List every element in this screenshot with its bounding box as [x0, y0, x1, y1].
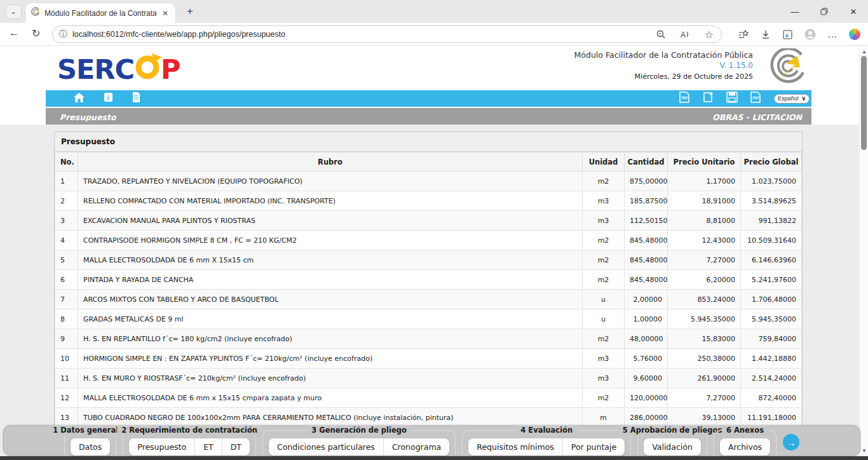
- budget-table-body: 1TRAZADO, REPLANTEO Y NIVELACION (EQUIPO…: [55, 172, 802, 428]
- cell-no: 2: [55, 191, 78, 211]
- svg-text:e: e: [785, 31, 789, 39]
- downloads-icon[interactable]: [760, 29, 771, 40]
- info-icon[interactable]: i: [104, 93, 112, 104]
- cell-unidad: m3: [583, 191, 625, 211]
- minimize-button[interactable]: —: [780, 0, 810, 23]
- pdf-export-icon[interactable]: PDF: [679, 91, 690, 105]
- cell-rubro: PINTADA Y RAYADA DE CANCHA: [78, 270, 583, 290]
- restore-button[interactable]: [810, 0, 839, 23]
- cell-pu: 8,81000: [668, 211, 741, 231]
- cell-cantidad: 48,00000: [625, 329, 668, 349]
- url-bar[interactable]: ⓘ localhost:6012/mfc-cliente/web/app.php…: [52, 25, 722, 43]
- save-icon[interactable]: [726, 91, 738, 105]
- cell-unidad: u: [583, 290, 625, 309]
- step-button-datos[interactable]: Datos: [71, 438, 110, 456]
- step-button-requisitos-m-nimos[interactable]: Requisitos mínimos: [468, 438, 563, 456]
- cell-cantidad: 9,60000: [625, 369, 668, 388]
- step-button-archivos[interactable]: Archivos: [720, 438, 770, 456]
- back-icon[interactable]: ←: [9, 27, 19, 39]
- cell-no: 8: [55, 309, 78, 329]
- main-navbar: i PDF PDF Español ∨: [46, 90, 811, 107]
- cell-rubro: MALLA ELECTROSOLDADA DE 6 mm x 15x15 cmp…: [78, 388, 583, 408]
- table-row: 4CONTRAPISODE HORMIGON SIMPLE 8 CM , FC …: [55, 231, 802, 250]
- browser-toolbar: ← ↻ ⓘ localhost:6012/mfc-cliente/web/app…: [0, 23, 868, 46]
- close-tab-icon[interactable]: ✕: [160, 9, 170, 18]
- current-date: Miércoles, 29 de Octubre de 2025: [574, 71, 753, 82]
- scrollbar-thumb[interactable]: [861, 56, 867, 150]
- copilot-icon[interactable]: [849, 29, 860, 40]
- step-group: 5 Aprobación de pliegosValidación: [637, 430, 707, 456]
- browser-titlebar: ⌄ Módulo Facilitador de la Contrata ✕ + …: [0, 0, 868, 23]
- site-header: SERCP Módulo Facilitador de la Contratac…: [46, 46, 811, 89]
- restore-icon: [820, 8, 828, 15]
- cell-pu: 15,83000: [668, 329, 741, 349]
- scroll-down-icon[interactable]: ▼: [860, 446, 868, 455]
- step-button-cronograma[interactable]: Cronograma: [384, 438, 449, 456]
- svg-text:i: i: [107, 94, 109, 101]
- tab-title: Módulo Facilitador de la Contrata: [44, 9, 156, 18]
- close-window-button[interactable]: ✕: [839, 0, 868, 23]
- cell-pu: 7,27000: [668, 250, 741, 270]
- cell-rubro: ARCOS MIXTOS CON TABLERO Y ARCO DE BASQU…: [78, 290, 583, 309]
- site-info-icon[interactable]: ⓘ: [59, 29, 67, 40]
- profile-avatar[interactable]: [804, 29, 816, 40]
- table-row: 12MALLA ELECTROSOLDADA DE 6 mm x 15x15 c…: [55, 388, 802, 408]
- table-row: 10HORMIGON SIMPLE EN : EN ZAPATA YPLINTO…: [55, 349, 802, 369]
- url-text[interactable]: localhost:6012/mfc-cliente/web/app.php/p…: [72, 30, 655, 39]
- cell-cantidad: 845,48000: [625, 270, 668, 290]
- cell-unidad: m2: [583, 250, 625, 270]
- cell-pg: 3.514,89625: [741, 191, 802, 211]
- tab-search-button[interactable]: ⌄: [5, 4, 22, 19]
- app-version: V. 1.15.0: [574, 60, 753, 71]
- new-tab-button[interactable]: +: [183, 5, 197, 18]
- cell-cantidad: 185,87500: [625, 191, 668, 211]
- step-button-et[interactable]: ET: [195, 438, 222, 456]
- ie-mode-icon[interactable]: e: [782, 29, 794, 40]
- mfc-logo-icon: [759, 48, 810, 88]
- table-row: 9H. S. EN REPLANTILLO f´c= 180 kg/cm2 (i…: [55, 329, 802, 349]
- vertical-scrollbar[interactable]: ▲ ▼: [859, 46, 868, 456]
- table-row: 11H. S. EN MURO Y RIOSTRASF´c= 210kg/cm²…: [55, 369, 802, 388]
- pdf-download-icon[interactable]: PDF: [750, 91, 761, 105]
- home-icon[interactable]: [74, 93, 85, 105]
- column-header-precio-unitario: Precio Unitario: [668, 152, 741, 172]
- scroll-up-icon[interactable]: ▲: [860, 47, 868, 56]
- read-aloud-icon[interactable]: A: [679, 29, 691, 40]
- budget-panel: Presupuesto No. Rubro Unidad Cantidad Pr…: [54, 132, 803, 428]
- cell-cantidad: 845,48000: [625, 250, 668, 270]
- cell-pg: 5.241,97600: [741, 270, 802, 290]
- cell-unidad: m3: [583, 211, 625, 231]
- step-button-validaci-n[interactable]: Validación: [644, 438, 701, 456]
- step-group: 3 Generación de pliegoCondiciones partic…: [262, 430, 456, 456]
- browser-tab[interactable]: Módulo Facilitador de la Contrata ✕: [25, 3, 175, 23]
- copy-document-icon[interactable]: [703, 91, 714, 105]
- cell-cantidad: 112,50150: [625, 211, 668, 231]
- step-button-condiciones-particulares[interactable]: Condiciones particulares: [269, 438, 384, 456]
- zoom-out-icon[interactable]: [655, 29, 667, 40]
- cell-no: 5: [55, 250, 78, 270]
- cell-rubro: CONTRAPISODE HORMIGON SIMPLE 8 CM , FC =…: [78, 231, 583, 250]
- column-header-cantidad: Cantidad: [625, 152, 668, 172]
- step-group-label: 5 Aprobación de pliegos: [618, 426, 726, 435]
- cell-pg: 1.023,75000: [741, 172, 802, 191]
- table-header-row: No. Rubro Unidad Cantidad Precio Unitari…: [55, 152, 802, 172]
- document-icon[interactable]: [132, 92, 140, 105]
- refresh-icon[interactable]: ↻: [32, 27, 40, 39]
- svg-text:PDF: PDF: [682, 96, 688, 100]
- next-step-button[interactable]: →: [783, 434, 799, 450]
- step-button-presupuesto[interactable]: Presupuesto: [129, 438, 195, 456]
- step-button-dt[interactable]: DT: [222, 438, 250, 456]
- page-title: Presupuesto: [60, 112, 116, 122]
- favorites-icon[interactable]: [738, 29, 749, 40]
- cell-no: 6: [55, 270, 78, 290]
- cell-cantidad: 845,48000: [625, 231, 668, 250]
- step-button-por-puntaje[interactable]: Por puntaje: [563, 438, 625, 456]
- bookmark-star-icon[interactable]: ☆: [703, 29, 715, 40]
- sercop-o-icon: [133, 52, 162, 86]
- cell-pg: 6.146,63960: [741, 250, 802, 270]
- cell-cantidad: 5,76000: [625, 349, 668, 369]
- settings-dots-icon[interactable]: …: [827, 29, 838, 40]
- cell-pu: 18,91000: [668, 191, 741, 211]
- language-select[interactable]: Español ∨: [774, 94, 810, 104]
- cell-pu: 5.945,35000: [668, 309, 741, 329]
